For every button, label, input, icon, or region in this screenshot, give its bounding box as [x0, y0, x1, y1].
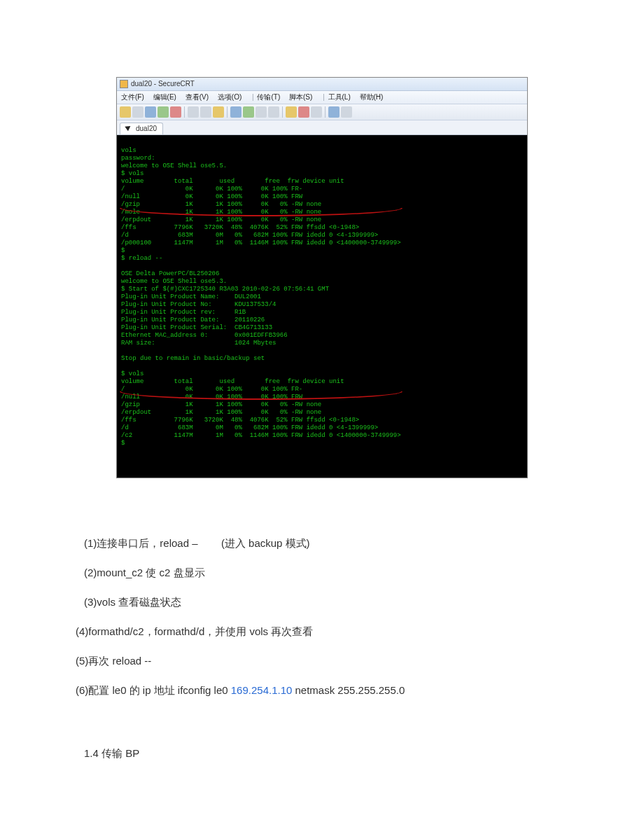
toolbar-icon[interactable]	[132, 106, 144, 118]
toolbar-icon[interactable]	[188, 106, 199, 118]
tab-label: dual20	[136, 123, 157, 134]
menu-view[interactable]: 查看(V)	[186, 93, 209, 101]
terminal-block-2: OSE Delta PowerPC/BL250206 welcome to OS…	[121, 270, 329, 362]
toolbar-icon[interactable]	[255, 106, 267, 118]
toolbar-icon[interactable]	[286, 106, 297, 118]
step-2: (2)mount_c2 使 c2 盘显示	[84, 558, 644, 588]
menu-separator: |	[323, 93, 325, 101]
menu-script[interactable]: 脚本(S)	[289, 93, 312, 101]
step-1: (1)连接串口后，reload – (进入 backup 模式)	[84, 529, 644, 558]
menu-separator: |	[252, 93, 254, 101]
instruction-steps: (1)连接串口后，reload – (进入 backup 模式) (2)moun…	[84, 529, 644, 705]
toolbar-separator	[282, 106, 283, 118]
step-1-text-a: (1)连接串口后，reload –	[84, 537, 198, 549]
step-4: (4)formathd/c2，formathd/d，并使用 vols 再次查看	[76, 617, 644, 646]
step-6-text-b: netmask 255.255.255.0	[292, 684, 405, 696]
toolbar-icon[interactable]	[298, 106, 309, 118]
session-tab[interactable]: dual20	[120, 123, 163, 134]
step-5: (5)再次 reload --	[76, 646, 644, 676]
step-1-text-b: (进入 backup 模式)	[221, 537, 310, 549]
step-6: (6)配置 le0 的 ip 地址 ifconfig le0 169.254.1…	[76, 676, 644, 705]
toolbar-icon[interactable]	[170, 106, 181, 118]
toolbar-icon[interactable]	[200, 106, 211, 118]
menu-tools[interactable]: 工具(L)	[328, 93, 351, 101]
toolbar-icon[interactable]	[158, 106, 169, 118]
toolbar-icon[interactable]	[145, 106, 156, 118]
step-6-text-a: (6)配置 le0 的 ip 地址 ifconfig le0	[76, 684, 231, 696]
terminal-block-1: vols password: welcome to OSE Shell ose5…	[121, 147, 401, 262]
document-page: dual20 - SecureCRT 文件(F) 编辑(E) 查看(V) 选项(…	[0, 77, 644, 816]
window-titlebar: dual20 - SecureCRT	[117, 78, 527, 91]
toolbar-separator	[227, 106, 227, 118]
toolbar-icon[interactable]	[243, 106, 254, 118]
toolbar-separator	[184, 106, 185, 118]
toolbar-icon[interactable]	[230, 106, 241, 118]
toolbar-icon[interactable]	[120, 106, 131, 118]
window-title: dual20 - SecureCRT	[131, 78, 195, 90]
toolbar	[117, 104, 527, 120]
tab-strip: dual20	[117, 120, 527, 135]
menu-transfer[interactable]: 传输(T)	[257, 93, 280, 101]
toolbar-icon[interactable]	[213, 106, 224, 118]
menu-bar[interactable]: 文件(F) 编辑(E) 查看(V) 选项(O) | 传输(T) 脚本(S) | …	[117, 91, 527, 104]
step-6-ip: 169.254.1.10	[231, 684, 293, 696]
menu-file[interactable]: 文件(F)	[121, 93, 144, 101]
menu-help[interactable]: 帮助(H)	[360, 93, 384, 101]
section-heading: 1.4 传输 BP	[84, 747, 644, 760]
toolbar-icon[interactable]	[268, 106, 279, 118]
terminal-output[interactable]: vols password: welcome to OSE Shell ose5…	[117, 135, 527, 478]
menu-options[interactable]: 选项(O)	[218, 93, 241, 101]
menu-edit[interactable]: 编辑(E)	[153, 93, 176, 101]
step-3: (3)vols 查看磁盘状态	[84, 588, 644, 617]
securecrt-window: dual20 - SecureCRT 文件(F) 编辑(E) 查看(V) 选项(…	[116, 77, 528, 478]
toolbar-icon[interactable]	[311, 106, 322, 118]
toolbar-separator	[325, 106, 326, 118]
toolbar-icon[interactable]	[328, 106, 340, 118]
cursor-icon	[126, 125, 133, 133]
terminal-block-3: $ vols volume total used free frw device…	[121, 370, 401, 447]
app-icon	[120, 80, 128, 88]
toolbar-icon[interactable]	[341, 106, 352, 118]
